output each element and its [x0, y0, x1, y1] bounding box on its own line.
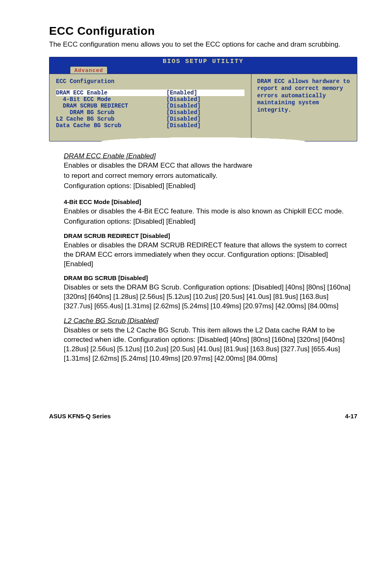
bios-setting-value: [Disabled]: [166, 96, 201, 103]
footer-right: 4-17: [345, 413, 357, 420]
bios-heading: ECC Configuration: [56, 78, 244, 85]
item-title: L2 Cache BG Scrub [Disabled]: [64, 317, 357, 325]
item-text: to report and correct memory errors auto…: [64, 171, 357, 181]
sub-title: DRAM BG SCRUB [Disabled]: [64, 274, 357, 281]
bios-setting-value: [Disabled]: [166, 116, 201, 122]
bios-setting-row[interactable]: L2 Cache BG Scrub[Disabled]: [56, 116, 244, 122]
bios-help-text: DRAM ECC allows hardware to report and c…: [257, 78, 351, 114]
item-text: Disables or sets the L2 Cache BG Scrub. …: [64, 326, 357, 364]
bios-setting-label: DRAM ECC Enable: [56, 90, 166, 96]
bios-setting-row[interactable]: 4-Bit ECC Mode[Disabled]: [56, 96, 244, 103]
section-lead: The ECC configuration menu allows you to…: [49, 40, 357, 49]
bios-setting-value: [Enabled]: [166, 90, 197, 96]
bios-panel: BIOS SETUP UTILITY Advanced ECC Configur…: [49, 57, 357, 141]
bios-setting-row[interactable]: Data Cache BG Scrub[Disabled]: [56, 122, 244, 129]
sub-title: 4-Bit ECC Mode [Disabled]: [64, 198, 357, 205]
bios-setting-value: [Disabled]: [166, 122, 201, 129]
bios-setting-label: DRAM BG Scrub: [56, 109, 166, 116]
item-l2-scrub: L2 Cache BG Scrub [Disabled] Disables or…: [64, 317, 357, 364]
bios-setting-row[interactable]: DRAM BG Scrub[Disabled]: [56, 109, 244, 116]
bios-help-pane: DRAM ECC allows hardware to report and c…: [251, 74, 357, 141]
bios-setting-row[interactable]: DRAM SCRUB REDIRECT[Disabled]: [56, 103, 244, 109]
bios-tab-advanced[interactable]: Advanced: [70, 66, 108, 74]
bios-setting-value: [Disabled]: [166, 103, 201, 109]
bios-setting-label: 4-Bit ECC Mode: [56, 96, 166, 103]
section-title: ECC Configuration: [49, 25, 357, 38]
bios-setting-label: L2 Cache BG Scrub: [56, 116, 166, 122]
item-4bit-ecc: 4-Bit ECC Mode [Disabled] Enables or dis…: [64, 198, 357, 227]
item-text: Enables or disables the 4-Bit ECC featur…: [64, 207, 357, 216]
item-text: Configuration options: [Disabled] [Enabl…: [64, 217, 357, 227]
item-text: Configuration options: [Disabled] [Enabl…: [64, 182, 357, 191]
bios-setting-label: Data Cache BG Scrub: [56, 122, 166, 129]
bios-left-pane: ECC Configuration DRAM ECC Enable[Enable…: [49, 74, 251, 141]
bios-setting-row[interactable]: DRAM ECC Enable[Enabled]: [56, 90, 244, 96]
sub-title: DRAM SCRUB REDIRECT [Disabled]: [64, 232, 357, 239]
item-dram-ecc-enable: DRAM ECC Enable [Enabled] Enables or dis…: [64, 152, 357, 191]
bios-tabrow: Advanced: [49, 65, 357, 74]
bios-titlebar: BIOS SETUP UTILITY: [49, 57, 357, 65]
item-bg-scrub: DRAM BG SCRUB [Disabled] Disables or set…: [64, 274, 357, 311]
bios-setting-label: DRAM SCRUB REDIRECT: [56, 103, 166, 109]
page-footer: ASUS KFN5-Q Series 4-17: [49, 413, 357, 420]
bios-setting-value: [Disabled]: [166, 109, 201, 116]
item-scrub-redirect: DRAM SCRUB REDIRECT [Disabled] Enables o…: [64, 232, 357, 269]
item-title: DRAM ECC Enable [Enabled]: [64, 152, 357, 160]
item-text: Disables or sets the DRAM BG Scrub. Conf…: [64, 283, 357, 311]
item-text: Enables or disables the DRAM SCRUB REDIR…: [64, 241, 357, 269]
item-text: Enables or disables the DRAM ECC that al…: [64, 161, 357, 171]
footer-left: ASUS KFN5-Q Series: [49, 413, 111, 420]
